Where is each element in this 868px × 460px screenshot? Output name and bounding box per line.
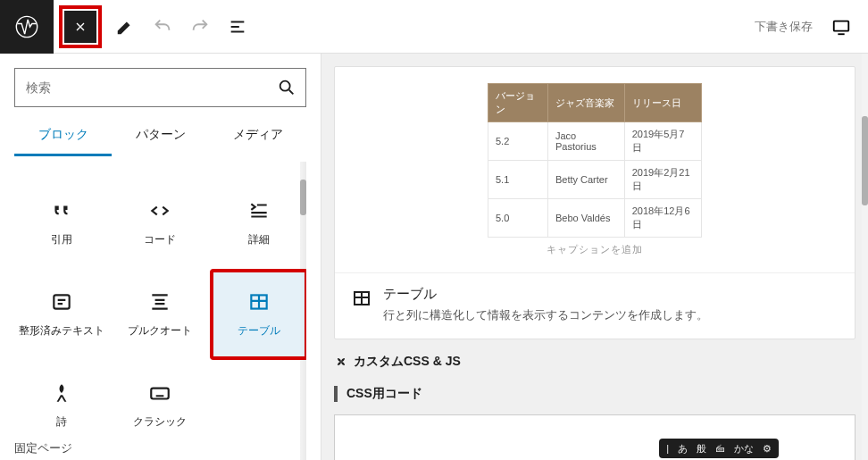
block-pullquote[interactable]: プルクオート (113, 271, 207, 358)
redo-icon (190, 17, 210, 37)
svg-rect-3 (54, 296, 69, 309)
close-icon (73, 20, 88, 34)
table-row: 5.0Bebo Valdés2018年12月6日 (488, 199, 702, 238)
pullquote-icon (148, 290, 171, 314)
ime-item[interactable]: かな (734, 442, 754, 456)
ime-toolbar[interactable]: | あ 般 🖮 かな ⚙ (659, 439, 779, 458)
svg-rect-5 (152, 389, 170, 399)
ime-item[interactable]: ⚙ (763, 443, 772, 455)
ime-item[interactable]: | (666, 443, 669, 454)
ime-item[interactable]: あ (678, 442, 688, 456)
ime-item[interactable]: 🖮 (715, 443, 725, 454)
block-label: 詳細 (248, 233, 270, 247)
block-label: プルクオート (128, 324, 192, 339)
table-icon (247, 290, 271, 314)
block-code[interactable]: コード (113, 180, 207, 267)
tab-media[interactable]: メディア (209, 116, 306, 156)
inserter-tabs: ブロック パターン メディア (14, 116, 306, 156)
table-row: 5.1Betty Carter2019年2月21日 (488, 161, 702, 199)
close-inserter-highlight (59, 5, 102, 48)
table-header: リリース日 (624, 84, 701, 122)
toolbar-tools (107, 9, 255, 45)
block-verse[interactable]: 詩 (14, 362, 109, 449)
preview-button[interactable] (825, 11, 857, 43)
redo-button[interactable] (182, 9, 218, 45)
tab-blocks[interactable]: ブロック (14, 116, 112, 156)
block-label: 整形済みテキスト (19, 324, 104, 339)
search-input[interactable] (24, 79, 277, 96)
block-search[interactable] (14, 68, 306, 107)
block-scrollbar[interactable] (300, 162, 306, 460)
ime-item[interactable]: 般 (697, 442, 706, 456)
block-quote[interactable]: 引用 (14, 180, 109, 267)
list-view-icon (228, 17, 247, 37)
block-label: テーブル (238, 324, 280, 339)
save-draft-button[interactable]: 下書き保存 (755, 19, 813, 35)
block-label: コード (144, 233, 176, 247)
edit-tool-button[interactable] (107, 9, 143, 45)
close-inserter-button[interactable] (64, 11, 96, 43)
document-overview-button[interactable] (220, 9, 255, 45)
tab-patterns[interactable]: パターン (112, 116, 209, 156)
verse-icon (50, 381, 73, 405)
search-icon (277, 78, 296, 97)
wordpress-icon (14, 14, 39, 39)
block-label: 詩 (56, 415, 67, 430)
table-header: ジャズ音楽家 (547, 84, 624, 122)
table-icon (351, 288, 372, 309)
preview-block-description: 行と列に構造化して情報を表示するコンテンツを作成します。 (383, 306, 708, 324)
code-icon (148, 199, 171, 222)
svg-rect-1 (834, 21, 849, 30)
editor-scrollbar[interactable] (862, 54, 868, 460)
svg-point-2 (280, 81, 290, 91)
preformatted-icon (50, 290, 73, 314)
block-label: クラシック (133, 415, 187, 430)
editor-canvas: バージョン ジャズ音楽家 リリース日 5.2Jaco Pastorius2019… (321, 54, 868, 460)
section-title: カスタムCSS & JS (354, 354, 461, 370)
table-header: バージョン (488, 84, 548, 122)
block-inserter-panel: ブロック パターン メディア 引用 コード 詳細 整形済みテ (0, 54, 321, 460)
pencil-icon (115, 17, 135, 37)
table-row: 5.2Jaco Pastorius2019年5月7日 (488, 122, 702, 161)
top-toolbar: 下書き保存 (0, 0, 868, 54)
block-details[interactable]: 詳細 (212, 180, 306, 267)
desktop-icon (831, 17, 851, 37)
keyboard-icon (148, 381, 171, 405)
undo-icon (153, 17, 172, 37)
footer-page-type: 固定ページ (14, 440, 72, 456)
wp-logo[interactable] (0, 0, 54, 54)
details-icon (247, 199, 271, 222)
quote-icon (50, 199, 73, 222)
preview-caption[interactable]: キャプションを追加 (351, 243, 839, 256)
block-preview-card: バージョン ジャズ音楽家 リリース日 5.2Jaco Pastorius2019… (334, 66, 855, 339)
block-label: 引用 (51, 233, 72, 247)
css-code-heading: CSS用コード (334, 386, 855, 402)
block-table[interactable]: テーブル (212, 271, 306, 358)
section-customcss: カスタムCSS & JS (334, 354, 855, 370)
block-classic[interactable]: クラシック (113, 362, 207, 449)
preview-table: バージョン ジャズ音楽家 リリース日 5.2Jaco Pastorius2019… (488, 83, 702, 238)
preview-block-title: テーブル (383, 286, 708, 303)
block-preformatted[interactable]: 整形済みテキスト (14, 271, 109, 358)
fan-icon (334, 355, 348, 369)
block-list: 引用 コード 詳細 整形済みテキスト プルクオート (14, 162, 306, 460)
undo-button[interactable] (145, 9, 180, 45)
